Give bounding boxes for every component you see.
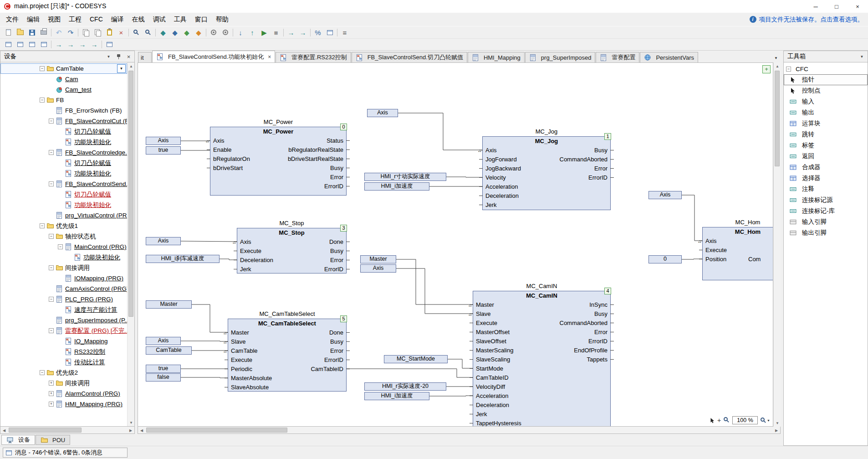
maximize-button[interactable]: □ <box>826 0 847 13</box>
start-button[interactable]: ▶ <box>258 27 270 37</box>
output-pin[interactable]: ErrorID <box>324 265 343 274</box>
scroll-right-icon[interactable]: ▶ <box>127 427 134 434</box>
scrollbar-thumb[interactable] <box>128 71 133 317</box>
output-pin[interactable]: Done <box>329 237 343 247</box>
output-pin[interactable]: Error <box>330 256 343 265</box>
tree-item[interactable]: IO_Mapping <box>0 336 127 346</box>
input-pin[interactable]: Acceleration <box>476 392 509 401</box>
tab-list-dropdown-icon[interactable]: ▼ <box>771 53 781 62</box>
tree-item[interactable]: prg_VirtualControl (PR... <box>0 210 127 221</box>
tree-item[interactable]: −PLC_PRG (PRG) <box>0 294 127 304</box>
operand-box[interactable]: Master <box>146 300 192 309</box>
toolbox-item[interactable]: 输出 <box>784 107 868 118</box>
tree-item[interactable]: IOMapping (PRG) <box>0 273 127 284</box>
toolbox-group[interactable]: − CFC <box>784 64 868 74</box>
tree-item[interactable]: 功能块初始化 <box>0 200 127 210</box>
input-pin[interactable]: Position <box>705 255 726 264</box>
output-pin[interactable]: Busy <box>594 146 608 155</box>
editor-tab[interactable]: FB_SlaveControlSend.功能块初始化× <box>152 51 275 62</box>
operand-box[interactable]: CamTable <box>146 346 192 355</box>
collapse-icon[interactable]: − <box>40 66 45 71</box>
cfc-block-mc-power[interactable]: MC_PowerAxisEnablebRegulatorOnbDriveStar… <box>210 127 347 196</box>
stop-button[interactable]: ■ <box>270 27 282 37</box>
output-pin[interactable]: Done <box>329 328 343 337</box>
zoom-percent-button[interactable]: % <box>312 27 324 37</box>
save-warning[interactable]: i 项目文件无法被保存。点击查看选项。 <box>750 15 864 24</box>
find-button[interactable] <box>130 27 142 37</box>
input-pin[interactable]: Axis <box>705 237 717 246</box>
tree-item[interactable]: +间接调用 <box>0 378 127 388</box>
operand-box[interactable]: MC_StartMode <box>384 355 448 363</box>
tree-item[interactable]: −MainControl (PRG) <box>0 242 127 252</box>
toolbox-item[interactable]: 输入 <box>784 96 868 107</box>
editor-tab[interactable]: HMI_Mapping <box>468 52 525 62</box>
input-pin[interactable]: Jerk <box>485 201 497 210</box>
toolbox-item[interactable]: 输出引脚 <box>784 227 868 238</box>
table-view-button[interactable] <box>324 27 336 37</box>
device-tree[interactable]: −CamTable▼CamCam_test−FBFB_ErrorSwitch (… <box>0 62 127 426</box>
collapse-icon[interactable]: − <box>58 244 63 249</box>
input-pin[interactable]: SlaveOffset <box>476 337 506 346</box>
menu-item[interactable]: 编译 <box>107 13 128 26</box>
print-button[interactable] <box>38 27 50 37</box>
output-pin[interactable]: bRegulatorRealState <box>288 145 343 155</box>
zoom-in-icon[interactable]: + <box>717 417 721 424</box>
scroll-up-icon[interactable]: ▲ <box>774 62 781 70</box>
step-into-button[interactable]: → <box>297 27 309 37</box>
operand-box[interactable]: Axis <box>360 264 396 273</box>
toolbox-item[interactable]: 选择器 <box>784 173 868 184</box>
operand-box[interactable]: Axis <box>146 237 181 245</box>
tree-horizontal-scrollbar[interactable]: ◀ ▶ <box>0 427 135 434</box>
scroll-right-icon[interactable]: ▶ <box>773 427 780 434</box>
tree-item[interactable]: −CamTable▼ <box>0 63 127 74</box>
magnifier-icon[interactable] <box>724 417 730 424</box>
device-config-button[interactable] <box>220 27 231 37</box>
editor-tab[interactable]: 雷赛配置 <box>596 52 639 62</box>
operand-box[interactable]: Master <box>360 255 396 263</box>
login-button[interactable]: ↓ <box>235 27 246 37</box>
scrollbar-thumb[interactable] <box>775 71 780 166</box>
tree-item[interactable]: Cam_test <box>0 84 127 95</box>
output-pin[interactable]: ErrorID <box>324 182 343 191</box>
operand-box[interactable]: Axis <box>146 337 181 345</box>
input-pin[interactable]: SlaveAbsolute <box>231 383 269 392</box>
output-pin[interactable]: Error <box>594 164 608 173</box>
editor-tab[interactable]: prg_SuperImposed <box>525 52 596 62</box>
window-layout-button[interactable] <box>2 40 14 50</box>
toolbar-options-button[interactable]: ≡ <box>339 27 351 37</box>
toolbox-item[interactable]: 控制点 <box>784 85 868 96</box>
input-pin[interactable]: Slave <box>231 337 246 346</box>
canvas-navigate-button[interactable]: + <box>762 65 771 73</box>
input-pin[interactable]: SlaveScaling <box>476 355 510 364</box>
editor-tab[interactable]: 雷赛配置.RS232控制 <box>276 52 351 62</box>
menu-item[interactable]: 工具 <box>170 13 191 26</box>
toolbox-item[interactable]: 输入引脚 <box>784 217 868 227</box>
cfc-block-mc-camtableselect[interactable]: MC_CamTableSelectMasterSlaveCamTableExec… <box>228 319 347 392</box>
panel-pin-icon[interactable] <box>115 53 123 61</box>
step-1-button[interactable]: → <box>77 40 88 50</box>
cfc-block-mc-stop[interactable]: MC_StopAxisExecuteDecelerationJerkDoneBu… <box>237 228 347 273</box>
settings-button[interactable] <box>208 27 220 37</box>
step-2-button[interactable]: → <box>88 40 100 50</box>
tree-item[interactable]: −优先级1 <box>0 221 127 231</box>
canvas-horizontal-scrollbar[interactable]: ◀ ▶ <box>138 427 781 434</box>
input-pin[interactable]: MasterOffset <box>476 328 510 337</box>
panel-tab-pou[interactable]: POU <box>36 435 70 445</box>
tree-item-dropdown-icon[interactable]: ▼ <box>117 64 126 73</box>
tree-item[interactable]: 功能块初始化 <box>0 252 127 263</box>
collapse-icon[interactable]: − <box>49 328 54 333</box>
collapse-icon[interactable]: − <box>49 181 54 186</box>
input-pin[interactable]: bDriveStart <box>213 164 243 173</box>
step-over-button[interactable]: → <box>285 27 297 37</box>
toolbox-item[interactable]: 注释 <box>784 184 868 195</box>
toolbox-item[interactable]: 连接标记-库 <box>784 206 868 217</box>
toolbox-item[interactable]: 返回 <box>784 151 868 162</box>
tree-item[interactable]: +HMI_Mapping (PRG) <box>0 399 127 409</box>
grid-view-button[interactable] <box>103 40 115 50</box>
operand-box[interactable]: true <box>146 365 181 373</box>
paste-button[interactable] <box>103 27 115 37</box>
copy-button[interactable] <box>92 27 103 37</box>
tree-item[interactable]: 切刀凸轮赋值 <box>0 126 127 137</box>
menu-item[interactable]: 在线 <box>128 13 149 26</box>
output-pin[interactable]: Busy <box>594 309 608 319</box>
